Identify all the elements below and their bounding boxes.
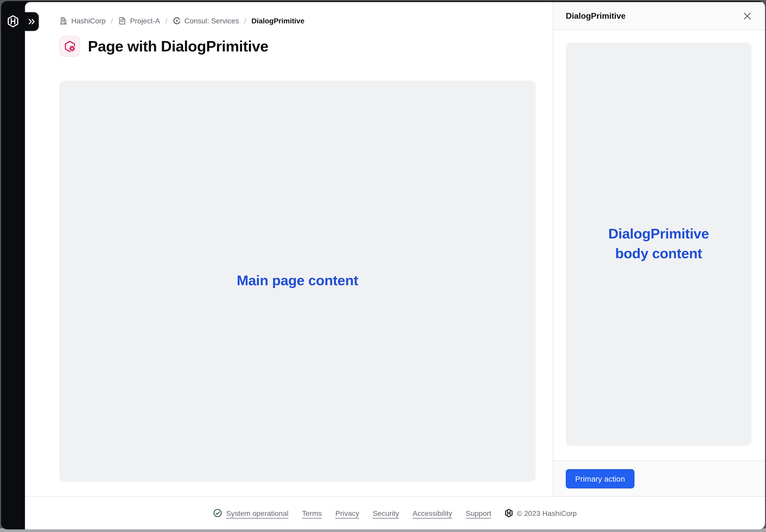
app-content: HashiCorp / <box>25 2 765 529</box>
system-status-label: System operational <box>226 509 289 517</box>
consul-service-gear-icon <box>63 40 76 53</box>
copyright-text: © 2023 HashiCorp <box>517 509 577 517</box>
breadcrumb-item-consul-services[interactable]: Consul: Services <box>172 17 239 25</box>
breadcrumb-label: HashiCorp <box>71 17 105 25</box>
footer-link-terms[interactable]: Terms <box>302 509 322 517</box>
app-frame: HashiCorp / <box>1 1 765 529</box>
dialog-body: DialogPrimitive body content <box>553 30 765 460</box>
system-status-link[interactable]: System operational <box>213 509 289 517</box>
hashicorp-logo-icon <box>7 15 19 28</box>
primary-action-button[interactable]: Primary action <box>566 469 635 488</box>
dialog-panel: DialogPrimitive <box>553 2 765 496</box>
breadcrumb-item-current: DialogPrimitive <box>252 17 305 25</box>
org-building-icon <box>59 17 68 25</box>
page-title: Page with DialogPrimitive <box>88 38 268 55</box>
footer-link-support[interactable]: Support <box>466 509 491 517</box>
page-title-icon-tile <box>59 36 80 57</box>
consul-icon <box>172 17 181 25</box>
app-window: HashiCorp / <box>0 0 766 532</box>
breadcrumb-separator: / <box>111 17 113 25</box>
breadcrumb-separator: / <box>165 17 167 25</box>
dialog-body-text: DialogPrimitive body content <box>596 224 721 264</box>
breadcrumb-label: Consul: Services <box>184 17 239 25</box>
double-chevron-right-icon <box>29 19 35 24</box>
breadcrumb-item-hashicorp[interactable]: HashiCorp <box>59 17 105 25</box>
hashicorp-logo-icon <box>505 509 512 517</box>
sidebar-expand-button[interactable] <box>25 12 39 31</box>
main-page: HashiCorp / <box>25 2 553 496</box>
dialog-title: DialogPrimitive <box>566 11 626 21</box>
breadcrumb-label: Project-A <box>130 17 160 25</box>
footer-link-security[interactable]: Security <box>373 509 399 517</box>
breadcrumb-label: DialogPrimitive <box>252 17 305 25</box>
dialog-footer: Primary action <box>553 460 765 496</box>
close-icon <box>744 12 751 19</box>
main-placeholder-text: Main page content <box>237 271 358 291</box>
dialog-header: DialogPrimitive <box>553 2 765 30</box>
breadcrumb-item-project-a[interactable]: Project-A <box>118 17 160 25</box>
file-text-icon <box>118 17 126 25</box>
dialog-close-button[interactable] <box>740 9 755 23</box>
footer-link-accessibility[interactable]: Accessibility <box>413 509 452 517</box>
check-circle-icon <box>213 509 222 517</box>
page-footer: System operational Terms Privacy Securit… <box>25 496 765 529</box>
footer-copyright: © 2023 HashiCorp <box>505 509 577 517</box>
main-content-placeholder: Main page content <box>59 81 535 482</box>
page-header: Page with DialogPrimitive <box>59 36 535 57</box>
breadcrumb-separator: / <box>244 17 246 25</box>
footer-link-privacy[interactable]: Privacy <box>335 509 359 517</box>
breadcrumb: HashiCorp / <box>59 16 535 25</box>
dialog-body-placeholder: DialogPrimitive body content <box>566 43 751 446</box>
